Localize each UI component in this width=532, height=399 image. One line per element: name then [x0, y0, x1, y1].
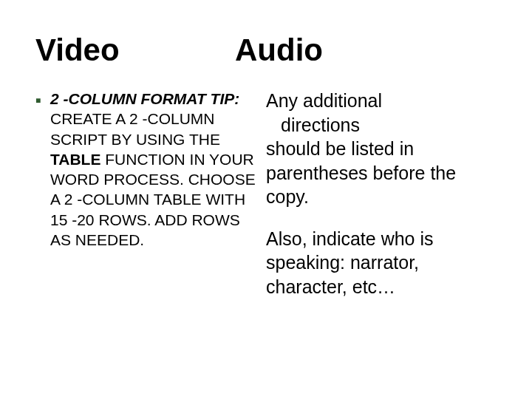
bullet-icon: ■	[35, 89, 50, 299]
slide: Video Audio ■ 2 -COLUMN FORMAT TIP: CREA…	[0, 0, 532, 399]
heading-audio: Audio	[235, 33, 497, 68]
audio-paragraph-2: Also, indicate who is speaking: narrator…	[266, 227, 497, 299]
video-body: 2 -COLUMN FORMAT TIP: CREATE A 2 -COLUMN…	[50, 89, 257, 299]
tip-lead: 2 -COLUMN FORMAT TIP:	[50, 90, 239, 107]
heading-video: Video	[35, 33, 235, 68]
column-video: ■ 2 -COLUMN FORMAT TIP: CREATE A 2 -COLU…	[35, 89, 257, 299]
columns: ■ 2 -COLUMN FORMAT TIP: CREATE A 2 -COLU…	[35, 89, 497, 299]
p1-line2: directions	[266, 113, 360, 137]
audio-paragraph-1: Any additional directions should be list…	[266, 89, 497, 209]
column-audio: Any additional directions should be list…	[266, 89, 497, 299]
tip-body-pre: CREATE A 2 -COLUMN SCRIPT BY USING THE	[50, 110, 220, 147]
headings-row: Video Audio	[35, 33, 497, 68]
p1-line1: Any additional	[266, 90, 382, 111]
tip-body-bold: TABLE	[50, 151, 100, 168]
p1-rest: should be listed in parentheses before t…	[266, 138, 456, 207]
